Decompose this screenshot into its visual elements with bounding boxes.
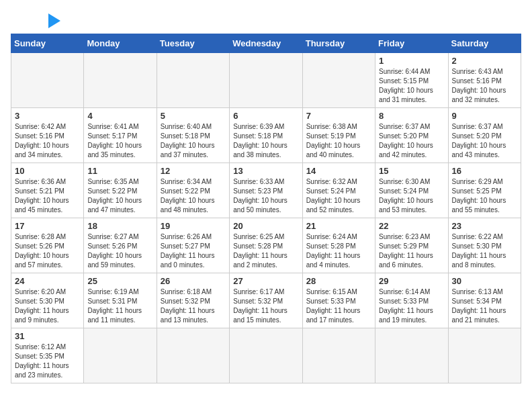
calendar-cell: 31Sunrise: 6:12 AM Sunset: 5:35 PM Dayli…	[11, 328, 84, 383]
day-number: 14	[306, 166, 371, 176]
day-number: 25	[87, 276, 152, 286]
weekday-header-monday: Monday	[84, 34, 157, 53]
day-info: Sunrise: 6:14 AM Sunset: 5:33 PM Dayligh…	[379, 287, 444, 325]
calendar-cell: 28Sunrise: 6:15 AM Sunset: 5:33 PM Dayli…	[302, 273, 375, 328]
calendar-cell: 3Sunrise: 6:42 AM Sunset: 5:16 PM Daylig…	[11, 108, 84, 163]
calendar-cell: 9Sunrise: 6:37 AM Sunset: 5:20 PM Daylig…	[448, 108, 521, 163]
day-number: 31	[15, 331, 80, 341]
calendar-week-row: 3Sunrise: 6:42 AM Sunset: 5:16 PM Daylig…	[11, 108, 521, 163]
day-info: Sunrise: 6:20 AM Sunset: 5:30 PM Dayligh…	[15, 287, 80, 325]
day-info: Sunrise: 6:26 AM Sunset: 5:27 PM Dayligh…	[161, 232, 226, 270]
day-number: 20	[233, 221, 298, 231]
day-number: 23	[452, 221, 517, 231]
day-number: 29	[379, 276, 444, 286]
day-info: Sunrise: 6:30 AM Sunset: 5:24 PM Dayligh…	[379, 177, 444, 215]
day-info: Sunrise: 6:42 AM Sunset: 5:16 PM Dayligh…	[15, 122, 80, 160]
day-info: Sunrise: 6:33 AM Sunset: 5:23 PM Dayligh…	[233, 177, 298, 215]
day-info: Sunrise: 6:12 AM Sunset: 5:35 PM Dayligh…	[15, 342, 80, 380]
day-number: 6	[233, 111, 298, 121]
calendar-cell: 18Sunrise: 6:27 AM Sunset: 5:26 PM Dayli…	[84, 218, 157, 273]
calendar-cell: 1Sunrise: 6:44 AM Sunset: 5:15 PM Daylig…	[375, 53, 448, 108]
calendar-cell: 10Sunrise: 6:36 AM Sunset: 5:21 PM Dayli…	[11, 163, 84, 218]
weekday-header-saturday: Saturday	[448, 34, 521, 53]
day-info: Sunrise: 6:29 AM Sunset: 5:25 PM Dayligh…	[452, 177, 517, 215]
calendar-cell: 4Sunrise: 6:41 AM Sunset: 5:17 PM Daylig…	[84, 108, 157, 163]
day-info: Sunrise: 6:25 AM Sunset: 5:28 PM Dayligh…	[233, 232, 298, 270]
calendar-cell: 26Sunrise: 6:18 AM Sunset: 5:32 PM Dayli…	[157, 273, 229, 328]
calendar-cell	[302, 328, 375, 383]
day-info: Sunrise: 6:35 AM Sunset: 5:22 PM Dayligh…	[87, 177, 152, 215]
day-number: 7	[306, 111, 371, 121]
day-info: Sunrise: 6:17 AM Sunset: 5:32 PM Dayligh…	[233, 287, 298, 325]
weekday-header-tuesday: Tuesday	[157, 34, 229, 53]
calendar-cell: 19Sunrise: 6:26 AM Sunset: 5:27 PM Dayli…	[157, 218, 229, 273]
day-info: Sunrise: 6:28 AM Sunset: 5:26 PM Dayligh…	[15, 232, 80, 270]
calendar-week-row: 17Sunrise: 6:28 AM Sunset: 5:26 PM Dayli…	[11, 218, 521, 273]
day-number: 10	[15, 166, 80, 176]
day-number: 15	[379, 166, 444, 176]
weekday-header-thursday: Thursday	[302, 34, 375, 53]
day-info: Sunrise: 6:37 AM Sunset: 5:20 PM Dayligh…	[379, 122, 444, 160]
calendar-cell: 21Sunrise: 6:24 AM Sunset: 5:28 PM Dayli…	[302, 218, 375, 273]
calendar-cell	[375, 328, 448, 383]
calendar-cell	[84, 328, 157, 383]
day-number: 18	[87, 221, 152, 231]
calendar-cell: 27Sunrise: 6:17 AM Sunset: 5:32 PM Dayli…	[230, 273, 302, 328]
day-number: 11	[87, 166, 152, 176]
calendar-header-row: SundayMondayTuesdayWednesdayThursdayFrid…	[11, 34, 521, 53]
calendar-cell: 5Sunrise: 6:40 AM Sunset: 5:18 PM Daylig…	[157, 108, 229, 163]
calendar-cell: 23Sunrise: 6:22 AM Sunset: 5:30 PM Dayli…	[448, 218, 521, 273]
day-info: Sunrise: 6:38 AM Sunset: 5:19 PM Dayligh…	[306, 122, 371, 160]
day-number: 21	[306, 221, 371, 231]
day-number: 5	[161, 111, 226, 121]
calendar-table: SundayMondayTuesdayWednesdayThursdayFrid…	[11, 34, 521, 383]
day-number: 8	[379, 111, 444, 121]
calendar-cell	[302, 53, 375, 108]
calendar-cell: 11Sunrise: 6:35 AM Sunset: 5:22 PM Dayli…	[84, 163, 157, 218]
calendar-cell: 20Sunrise: 6:25 AM Sunset: 5:28 PM Dayli…	[230, 218, 302, 273]
calendar-cell: 22Sunrise: 6:23 AM Sunset: 5:29 PM Dayli…	[375, 218, 448, 273]
calendar-cell: 8Sunrise: 6:37 AM Sunset: 5:20 PM Daylig…	[375, 108, 448, 163]
day-number: 24	[15, 276, 80, 286]
weekday-header-friday: Friday	[375, 34, 448, 53]
day-number: 1	[379, 56, 444, 66]
page-header	[11, 11, 521, 28]
logo-triangle-icon	[48, 13, 60, 28]
weekday-header-wednesday: Wednesday	[230, 34, 302, 53]
day-info: Sunrise: 6:23 AM Sunset: 5:29 PM Dayligh…	[379, 232, 444, 270]
day-info: Sunrise: 6:24 AM Sunset: 5:28 PM Dayligh…	[306, 232, 371, 270]
day-info: Sunrise: 6:27 AM Sunset: 5:26 PM Dayligh…	[87, 232, 152, 270]
calendar-cell: 16Sunrise: 6:29 AM Sunset: 5:25 PM Dayli…	[448, 163, 521, 218]
calendar-cell	[230, 53, 302, 108]
day-number: 16	[452, 166, 517, 176]
calendar-cell: 15Sunrise: 6:30 AM Sunset: 5:24 PM Dayli…	[375, 163, 448, 218]
calendar-cell	[157, 53, 229, 108]
day-number: 27	[233, 276, 298, 286]
day-number: 19	[161, 221, 226, 231]
calendar-cell: 12Sunrise: 6:34 AM Sunset: 5:22 PM Dayli…	[157, 163, 229, 218]
day-number: 22	[379, 221, 444, 231]
calendar-cell: 7Sunrise: 6:38 AM Sunset: 5:19 PM Daylig…	[302, 108, 375, 163]
day-number: 12	[161, 166, 226, 176]
day-info: Sunrise: 6:22 AM Sunset: 5:30 PM Dayligh…	[452, 232, 517, 270]
weekday-header-sunday: Sunday	[11, 34, 84, 53]
day-number: 2	[452, 56, 517, 66]
logo	[11, 11, 60, 28]
day-info: Sunrise: 6:36 AM Sunset: 5:21 PM Dayligh…	[15, 177, 80, 215]
day-info: Sunrise: 6:15 AM Sunset: 5:33 PM Dayligh…	[306, 287, 371, 325]
day-info: Sunrise: 6:13 AM Sunset: 5:34 PM Dayligh…	[452, 287, 517, 325]
calendar-cell: 14Sunrise: 6:32 AM Sunset: 5:24 PM Dayli…	[302, 163, 375, 218]
calendar-week-row: 24Sunrise: 6:20 AM Sunset: 5:30 PM Dayli…	[11, 273, 521, 328]
calendar-cell: 29Sunrise: 6:14 AM Sunset: 5:33 PM Dayli…	[375, 273, 448, 328]
day-info: Sunrise: 6:43 AM Sunset: 5:16 PM Dayligh…	[452, 67, 517, 105]
day-info: Sunrise: 6:32 AM Sunset: 5:24 PM Dayligh…	[306, 177, 371, 215]
day-info: Sunrise: 6:18 AM Sunset: 5:32 PM Dayligh…	[161, 287, 226, 325]
calendar-week-row: 31Sunrise: 6:12 AM Sunset: 5:35 PM Dayli…	[11, 328, 521, 383]
calendar-cell: 13Sunrise: 6:33 AM Sunset: 5:23 PM Dayli…	[230, 163, 302, 218]
calendar-cell: 25Sunrise: 6:19 AM Sunset: 5:31 PM Dayli…	[84, 273, 157, 328]
day-info: Sunrise: 6:39 AM Sunset: 5:18 PM Dayligh…	[233, 122, 298, 160]
calendar-cell	[84, 53, 157, 108]
calendar-cell: 17Sunrise: 6:28 AM Sunset: 5:26 PM Dayli…	[11, 218, 84, 273]
day-info: Sunrise: 6:41 AM Sunset: 5:17 PM Dayligh…	[87, 122, 152, 160]
day-info: Sunrise: 6:40 AM Sunset: 5:18 PM Dayligh…	[161, 122, 226, 160]
